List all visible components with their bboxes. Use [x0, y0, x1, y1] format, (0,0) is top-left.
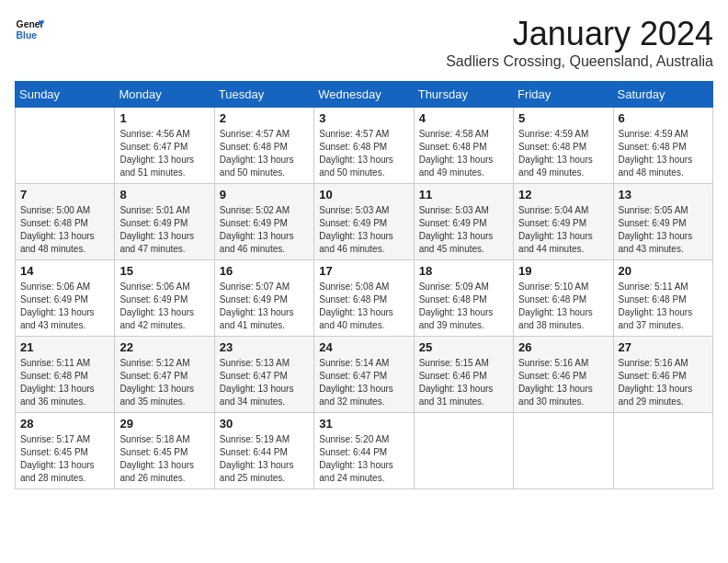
day-cell-5: 5Sunrise: 4:59 AM Sunset: 6:48 PM Daylig…: [514, 108, 613, 184]
day-info: Sunrise: 5:07 AM Sunset: 6:49 PM Dayligh…: [220, 281, 309, 332]
day-number: 14: [20, 264, 109, 278]
weekday-header-thursday: Thursday: [414, 82, 513, 108]
day-info: Sunrise: 5:06 AM Sunset: 6:49 PM Dayligh…: [119, 281, 209, 332]
day-info: Sunrise: 4:58 AM Sunset: 6:48 PM Dayligh…: [419, 128, 508, 179]
day-number: 11: [419, 188, 508, 201]
header: General Blue January 2024 Sadliers Cross…: [15, 15, 713, 70]
day-info: Sunrise: 4:59 AM Sunset: 6:48 PM Dayligh…: [619, 128, 708, 179]
logo: General Blue: [15, 15, 44, 44]
day-cell-2: 2Sunrise: 4:57 AM Sunset: 6:48 PM Daylig…: [214, 108, 313, 184]
day-info: Sunrise: 5:05 AM Sunset: 6:49 PM Dayligh…: [619, 204, 708, 256]
weekday-header-wednesday: Wednesday: [314, 82, 414, 108]
empty-cell: [613, 413, 712, 489]
day-cell-16: 16Sunrise: 5:07 AM Sunset: 6:49 PM Dayli…: [214, 260, 313, 337]
day-info: Sunrise: 5:19 AM Sunset: 6:44 PM Dayligh…: [220, 433, 309, 485]
day-info: Sunrise: 5:13 AM Sunset: 6:47 PM Dayligh…: [220, 357, 309, 408]
day-info: Sunrise: 5:06 AM Sunset: 6:49 PM Dayligh…: [20, 281, 109, 332]
day-info: Sunrise: 5:00 AM Sunset: 6:48 PM Dayligh…: [20, 204, 109, 256]
day-info: Sunrise: 4:57 AM Sunset: 6:48 PM Dayligh…: [319, 128, 408, 179]
day-info: Sunrise: 5:18 AM Sunset: 6:45 PM Dayligh…: [119, 433, 209, 485]
day-number: 9: [220, 188, 309, 201]
day-number: 10: [319, 188, 408, 201]
day-number: 18: [419, 264, 508, 278]
day-number: 5: [518, 111, 608, 125]
day-cell-3: 3Sunrise: 4:57 AM Sunset: 6:48 PM Daylig…: [314, 108, 414, 184]
logo-icon: General Blue: [15, 15, 44, 44]
day-info: Sunrise: 5:20 AM Sunset: 6:44 PM Dayligh…: [319, 433, 408, 485]
day-cell-30: 30Sunrise: 5:19 AM Sunset: 6:44 PM Dayli…: [214, 413, 313, 489]
day-cell-1: 1Sunrise: 4:56 AM Sunset: 6:47 PM Daylig…: [115, 108, 214, 184]
empty-cell: [414, 413, 513, 489]
day-info: Sunrise: 5:16 AM Sunset: 6:46 PM Dayligh…: [619, 357, 708, 408]
week-row-3: 14Sunrise: 5:06 AM Sunset: 6:49 PM Dayli…: [16, 260, 713, 337]
day-cell-28: 28Sunrise: 5:17 AM Sunset: 6:45 PM Dayli…: [16, 413, 115, 489]
day-number: 29: [119, 417, 209, 431]
day-info: Sunrise: 5:16 AM Sunset: 6:46 PM Dayligh…: [518, 357, 608, 408]
day-info: Sunrise: 4:57 AM Sunset: 6:48 PM Dayligh…: [220, 128, 309, 179]
day-number: 12: [518, 188, 608, 201]
day-number: 17: [319, 264, 408, 278]
day-cell-20: 20Sunrise: 5:11 AM Sunset: 6:48 PM Dayli…: [613, 260, 712, 337]
day-cell-26: 26Sunrise: 5:16 AM Sunset: 6:46 PM Dayli…: [514, 337, 613, 413]
day-cell-17: 17Sunrise: 5:08 AM Sunset: 6:48 PM Dayli…: [314, 260, 414, 337]
day-cell-8: 8Sunrise: 5:01 AM Sunset: 6:49 PM Daylig…: [115, 184, 214, 260]
day-info: Sunrise: 5:01 AM Sunset: 6:49 PM Dayligh…: [119, 204, 209, 256]
day-info: Sunrise: 5:04 AM Sunset: 6:49 PM Dayligh…: [518, 204, 608, 256]
day-number: 21: [20, 340, 109, 354]
day-cell-15: 15Sunrise: 5:06 AM Sunset: 6:49 PM Dayli…: [115, 260, 214, 337]
day-info: Sunrise: 5:03 AM Sunset: 6:49 PM Dayligh…: [419, 204, 508, 256]
week-row-5: 28Sunrise: 5:17 AM Sunset: 6:45 PM Dayli…: [16, 413, 713, 489]
day-number: 25: [419, 340, 508, 354]
day-number: 23: [220, 340, 309, 354]
day-cell-11: 11Sunrise: 5:03 AM Sunset: 6:49 PM Dayli…: [414, 184, 513, 260]
day-number: 20: [619, 264, 708, 278]
empty-cell: [16, 108, 115, 184]
day-info: Sunrise: 5:10 AM Sunset: 6:48 PM Dayligh…: [518, 281, 608, 332]
day-number: 15: [119, 264, 209, 278]
month-title: January 2024: [446, 15, 713, 53]
day-number: 4: [419, 111, 508, 125]
day-cell-25: 25Sunrise: 5:15 AM Sunset: 6:46 PM Dayli…: [414, 337, 513, 413]
day-number: 31: [319, 417, 408, 431]
weekday-header-friday: Friday: [514, 82, 613, 108]
day-info: Sunrise: 5:12 AM Sunset: 6:47 PM Dayligh…: [119, 357, 209, 408]
weekday-header-tuesday: Tuesday: [214, 82, 313, 108]
day-number: 19: [518, 264, 608, 278]
weekday-header-monday: Monday: [115, 82, 214, 108]
day-number: 1: [119, 111, 209, 125]
day-info: Sunrise: 5:11 AM Sunset: 6:48 PM Dayligh…: [20, 357, 109, 408]
day-number: 28: [20, 417, 109, 431]
day-number: 7: [20, 188, 109, 201]
day-info: Sunrise: 5:17 AM Sunset: 6:45 PM Dayligh…: [20, 433, 109, 485]
day-cell-9: 9Sunrise: 5:02 AM Sunset: 6:49 PM Daylig…: [214, 184, 313, 260]
day-cell-19: 19Sunrise: 5:10 AM Sunset: 6:48 PM Dayli…: [514, 260, 613, 337]
day-number: 24: [319, 340, 408, 354]
day-info: Sunrise: 5:08 AM Sunset: 6:48 PM Dayligh…: [319, 281, 408, 332]
day-cell-23: 23Sunrise: 5:13 AM Sunset: 6:47 PM Dayli…: [214, 337, 313, 413]
day-number: 22: [119, 340, 209, 354]
day-info: Sunrise: 5:03 AM Sunset: 6:49 PM Dayligh…: [319, 204, 408, 256]
day-number: 3: [319, 111, 408, 125]
day-number: 2: [220, 111, 309, 125]
day-cell-21: 21Sunrise: 5:11 AM Sunset: 6:48 PM Dayli…: [16, 337, 115, 413]
title-area: January 2024 Sadliers Crossing, Queensla…: [446, 15, 713, 70]
day-cell-6: 6Sunrise: 4:59 AM Sunset: 6:48 PM Daylig…: [613, 108, 712, 184]
week-row-2: 7Sunrise: 5:00 AM Sunset: 6:48 PM Daylig…: [16, 184, 713, 260]
day-info: Sunrise: 5:11 AM Sunset: 6:48 PM Dayligh…: [619, 281, 708, 332]
day-cell-27: 27Sunrise: 5:16 AM Sunset: 6:46 PM Dayli…: [613, 337, 712, 413]
day-number: 30: [220, 417, 309, 431]
svg-text:Blue: Blue: [17, 30, 38, 40]
day-number: 26: [518, 340, 608, 354]
day-info: Sunrise: 5:09 AM Sunset: 6:48 PM Dayligh…: [419, 281, 508, 332]
day-cell-24: 24Sunrise: 5:14 AM Sunset: 6:47 PM Dayli…: [314, 337, 414, 413]
day-info: Sunrise: 5:02 AM Sunset: 6:49 PM Dayligh…: [220, 204, 309, 256]
day-cell-12: 12Sunrise: 5:04 AM Sunset: 6:49 PM Dayli…: [514, 184, 613, 260]
day-info: Sunrise: 5:14 AM Sunset: 6:47 PM Dayligh…: [319, 357, 408, 408]
day-number: 27: [619, 340, 708, 354]
day-cell-18: 18Sunrise: 5:09 AM Sunset: 6:48 PM Dayli…: [414, 260, 513, 337]
day-number: 6: [619, 111, 708, 125]
day-cell-4: 4Sunrise: 4:58 AM Sunset: 6:48 PM Daylig…: [414, 108, 513, 184]
day-cell-31: 31Sunrise: 5:20 AM Sunset: 6:44 PM Dayli…: [314, 413, 414, 489]
calendar-table: SundayMondayTuesdayWednesdayThursdayFrid…: [15, 81, 713, 489]
day-info: Sunrise: 5:15 AM Sunset: 6:46 PM Dayligh…: [419, 357, 508, 408]
